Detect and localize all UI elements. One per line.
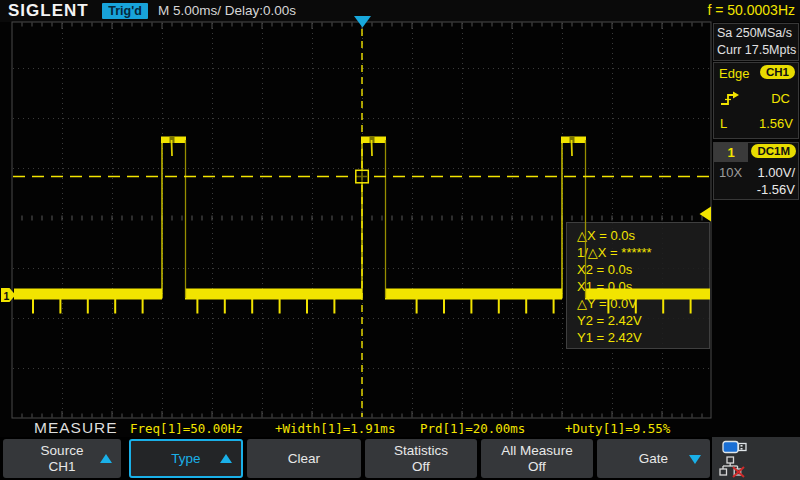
- status-icon-panel: [712, 437, 800, 480]
- trigger-source-badge: CH1: [760, 65, 795, 79]
- up-arrow-icon: [100, 454, 112, 463]
- measurement-pos-duty: +Duty[1]=9.55%: [565, 421, 670, 436]
- trigger-info-panel: Edge CH1 DC L 1.56V: [713, 62, 799, 139]
- oscilloscope-screen: SIGLENT Trig'd M 5.00ms/ Delay:0.00s f =…: [0, 0, 800, 480]
- all-measure-button-value: Off: [528, 459, 546, 475]
- source-button-value: CH1: [48, 459, 75, 475]
- cursor-delta-x: △X = 0.0s: [577, 227, 709, 244]
- probe-attenuation-readout: 10X: [719, 165, 742, 180]
- cursor-delta-y: △Y = 0.0V: [577, 295, 709, 312]
- cursor-x2: X2 = 0.0s: [577, 261, 709, 278]
- statistics-button[interactable]: Statistics Off: [365, 439, 477, 478]
- statistics-button-label: Statistics: [394, 443, 448, 459]
- trigger-level-value: 1.56V: [759, 116, 793, 131]
- cursor-y1: Y1 = 2.42V: [577, 329, 709, 346]
- waveform-display-area: △X = 0.0s 1/△X = ****** X2 = 0.0s X1 = 0…: [0, 0, 712, 430]
- down-arrow-icon: [689, 455, 701, 464]
- cursor-x1: X1 = 0.0s: [577, 278, 709, 295]
- gate-button[interactable]: Gate: [597, 439, 710, 478]
- gate-button-label: Gate: [639, 451, 668, 467]
- measurement-pos-width: +Width[1]=1.91ms: [275, 421, 395, 436]
- statistics-button-value: Off: [412, 459, 430, 475]
- cursor-y2: Y2 = 2.42V: [577, 312, 709, 329]
- type-button[interactable]: Type: [129, 439, 243, 478]
- all-measure-button[interactable]: All Measure Off: [481, 439, 593, 478]
- frequency-counter-readout: f = 50.0003Hz: [707, 2, 795, 18]
- sample-rate-readout: Sa 250MSa/s: [717, 25, 798, 42]
- type-button-label: Type: [171, 451, 200, 467]
- source-button[interactable]: Source CH1: [3, 439, 121, 478]
- channel1-info-panel: 1 DC1M 10X 1.00V/ -1.56V: [713, 142, 799, 200]
- channel-coupling-badge: DC1M: [751, 144, 796, 158]
- clear-button-label: Clear: [288, 451, 320, 467]
- clear-button[interactable]: Clear: [247, 439, 361, 478]
- all-measure-button-label: All Measure: [501, 443, 572, 459]
- volts-per-div-readout: 1.00V/: [757, 165, 795, 180]
- rising-edge-icon: [720, 90, 742, 108]
- channel-offset-readout: -1.56V: [757, 182, 795, 197]
- source-button-label: Source: [41, 443, 84, 459]
- up-arrow-icon: [220, 454, 232, 463]
- usb-device-icon: [722, 440, 748, 454]
- channel-number-cell: 1: [714, 143, 748, 162]
- trigger-type-label: Edge: [719, 66, 749, 81]
- trigger-level-label: L: [720, 116, 727, 131]
- lan-disconnected-icon: [719, 456, 746, 478]
- measurement-period: Prd[1]=20.00ms: [420, 421, 525, 436]
- measurement-freq: Freq[1]=50.00Hz: [130, 421, 243, 436]
- memory-depth-readout: Curr 17.5Mpts: [717, 42, 798, 59]
- trigger-coupling-label: DC: [771, 91, 790, 106]
- softkey-menu-bar: Source CH1 Type Clear Statistics Off All…: [0, 437, 800, 480]
- cursor-readout-box: △X = 0.0s 1/△X = ****** X2 = 0.0s X1 = 0…: [566, 222, 710, 349]
- acquisition-info-panel: Sa 250MSa/s Curr 17.5Mpts: [713, 23, 799, 61]
- graticule-grid: [0, 14, 712, 422]
- cursor-inv-delta-x: 1/△X = ******: [577, 244, 709, 261]
